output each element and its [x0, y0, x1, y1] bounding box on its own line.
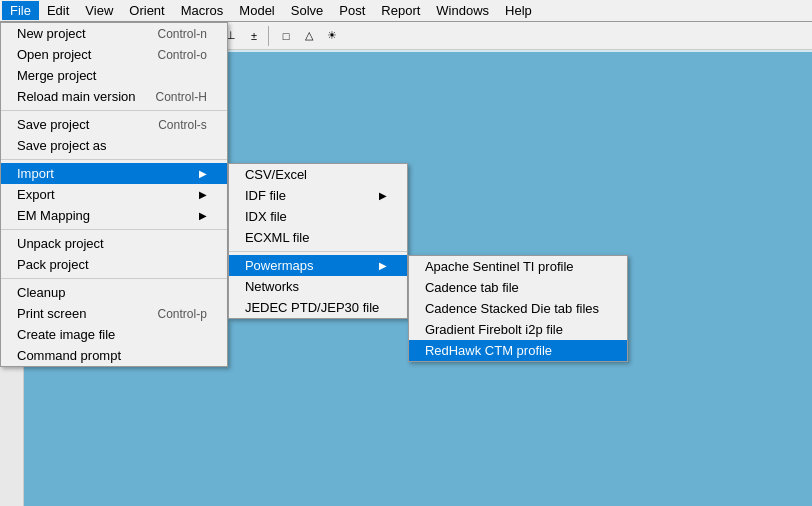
file-merge-project[interactable]: Merge project — [1, 65, 227, 86]
import-jedec[interactable]: JEDEC PTD/JEP30 file — [229, 297, 407, 318]
toolbar-tri[interactable]: △ — [298, 25, 320, 47]
powermaps-submenu-dropdown: Apache Sentinel TI profile Cadence tab f… — [408, 255, 628, 362]
menu-post[interactable]: Post — [331, 1, 373, 20]
file-reload-main[interactable]: Reload main version Control-H — [1, 86, 227, 107]
file-save-project[interactable]: Save project Control-s — [1, 114, 227, 135]
file-import[interactable]: Import ▶ — [1, 163, 227, 184]
file-menu-dropdown: New project Control-n Open project Contr… — [0, 22, 228, 367]
file-sep-3 — [1, 229, 227, 230]
powermaps-apache[interactable]: Apache Sentinel TI profile — [409, 256, 627, 277]
toolbar-pm[interactable]: ± — [243, 25, 265, 47]
file-open-project[interactable]: Open project Control-o — [1, 44, 227, 65]
file-sep-1 — [1, 110, 227, 111]
import-networks[interactable]: Networks — [229, 276, 407, 297]
toolbar-sun[interactable]: ☀ — [321, 25, 343, 47]
import-sep-1 — [229, 251, 407, 252]
file-unpack[interactable]: Unpack project — [1, 233, 227, 254]
menu-report[interactable]: Report — [373, 1, 428, 20]
file-new-project[interactable]: New project Control-n — [1, 23, 227, 44]
export-arrow: ▶ — [199, 189, 207, 200]
menu-file[interactable]: File — [2, 1, 39, 20]
file-create-image[interactable]: Create image file — [1, 324, 227, 345]
menu-bar: File Edit View Orient Macros Model Solve… — [0, 0, 812, 22]
import-arrow: ▶ — [199, 168, 207, 179]
powermaps-arrow: ▶ — [379, 260, 387, 271]
file-pack[interactable]: Pack project — [1, 254, 227, 275]
file-export[interactable]: Export ▶ — [1, 184, 227, 205]
toolbar-box[interactable]: □ — [275, 25, 297, 47]
powermaps-gradient[interactable]: Gradient Firebolt i2p file — [409, 319, 627, 340]
menu-view[interactable]: View — [77, 1, 121, 20]
idf-arrow: ▶ — [379, 190, 387, 201]
file-sep-4 — [1, 278, 227, 279]
import-csv-excel[interactable]: CSV/Excel — [229, 164, 407, 185]
file-save-project-as[interactable]: Save project as — [1, 135, 227, 156]
powermaps-cadence-stacked[interactable]: Cadence Stacked Die tab files — [409, 298, 627, 319]
file-command-prompt[interactable]: Command prompt — [1, 345, 227, 366]
menu-macros[interactable]: Macros — [173, 1, 232, 20]
file-em-mapping[interactable]: EM Mapping ▶ — [1, 205, 227, 226]
em-mapping-arrow: ▶ — [199, 210, 207, 221]
file-sep-2 — [1, 159, 227, 160]
import-powermaps[interactable]: Powermaps ▶ — [229, 255, 407, 276]
import-submenu-dropdown: CSV/Excel IDF file ▶ IDX file ECXML file… — [228, 163, 408, 319]
menu-windows[interactable]: Windows — [428, 1, 497, 20]
file-cleanup[interactable]: Cleanup — [1, 282, 227, 303]
powermaps-redhawk[interactable]: RedHawk CTM profile — [409, 340, 627, 361]
import-idx-file[interactable]: IDX file — [229, 206, 407, 227]
import-idf-file[interactable]: IDF file ▶ — [229, 185, 407, 206]
menu-model[interactable]: Model — [231, 1, 282, 20]
menu-solve[interactable]: Solve — [283, 1, 332, 20]
menu-edit[interactable]: Edit — [39, 1, 77, 20]
toolbar-separator-2 — [268, 26, 272, 46]
import-ecxml-file[interactable]: ECXML file — [229, 227, 407, 248]
file-print-screen[interactable]: Print screen Control-p — [1, 303, 227, 324]
powermaps-cadence-tab[interactable]: Cadence tab file — [409, 277, 627, 298]
menu-help[interactable]: Help — [497, 1, 540, 20]
menu-orient[interactable]: Orient — [121, 1, 172, 20]
